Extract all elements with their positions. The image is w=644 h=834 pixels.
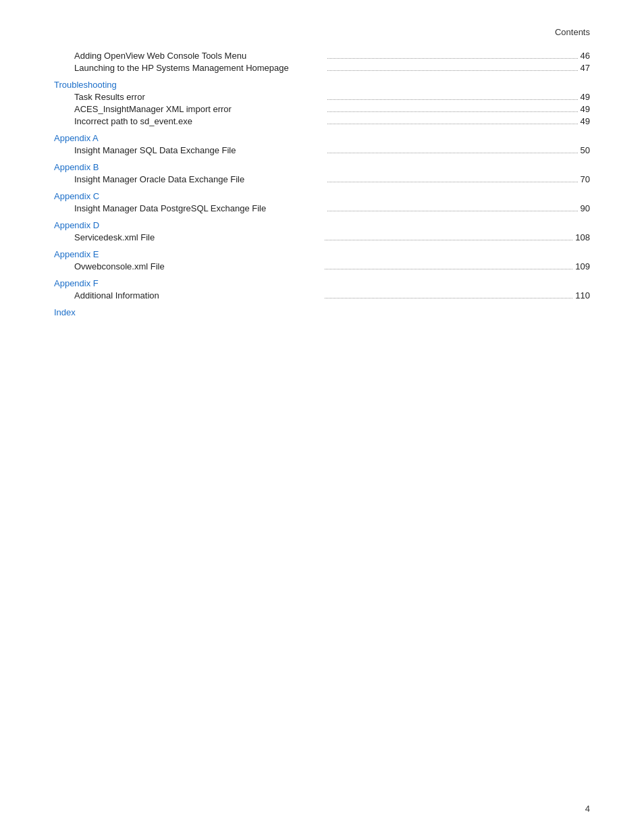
footer-page-number: 4 bbox=[585, 804, 590, 814]
page-num-additional-information: 110 bbox=[575, 290, 590, 301]
toc-entry-ovwebconsole-xml: Ovwebconsole.xml File109 bbox=[54, 261, 590, 271]
page-num-insight-manager-oracle: 70 bbox=[581, 174, 590, 184]
dots-aces-insight bbox=[327, 111, 578, 112]
page-num-ovwebconsole-xml: 109 bbox=[575, 261, 590, 271]
entry-title-incorrect-path: Incorrect path to sd_event.exe bbox=[74, 116, 325, 126]
entry-title-insight-manager-postgresql: Insight Manager Data PostgreSQL Exchange… bbox=[74, 203, 325, 213]
section-header-link-appendix-d[interactable]: Appendix D bbox=[54, 220, 99, 230]
header-label: Contents bbox=[555, 27, 590, 37]
toc-section-appendix-f: Appendix FAdditional Information110 bbox=[54, 278, 590, 301]
dots-launching-hp bbox=[327, 70, 578, 71]
toc-entry-additional-information: Additional Information110 bbox=[54, 290, 590, 301]
section-header-appendix-f[interactable]: Appendix F bbox=[54, 278, 590, 288]
toc-section-troubleshooting: TroubleshootingTask Results error49ACES_… bbox=[54, 80, 590, 126]
page-footer: 4 bbox=[585, 804, 590, 814]
page-num-servicedesk-xml: 108 bbox=[575, 232, 590, 242]
section-header-link-appendix-e[interactable]: Appendix E bbox=[54, 249, 99, 259]
toc-intro-entries: Adding OpenView Web Console Tools Menu 4… bbox=[54, 51, 590, 73]
dots-ovwebconsole-xml bbox=[325, 269, 572, 269]
page-container: Contents Adding OpenView Web Console Too… bbox=[0, 0, 644, 834]
page-header: Contents bbox=[54, 27, 590, 37]
section-header-appendix-e[interactable]: Appendix E bbox=[54, 249, 590, 259]
entry-title-launching-hp: Launching to the HP Systems Management H… bbox=[74, 63, 325, 73]
section-header-link-appendix-f[interactable]: Appendix F bbox=[54, 278, 99, 288]
dots-incorrect-path bbox=[327, 124, 578, 124]
section-header-link-appendix-b[interactable]: Appendix B bbox=[54, 162, 99, 172]
section-header-appendix-b[interactable]: Appendix B bbox=[54, 162, 590, 172]
toc-entry-adding-openview: Adding OpenView Web Console Tools Menu 4… bbox=[54, 51, 590, 61]
entry-title-insight-manager-sql: Insight Manager SQL Data Exchange File bbox=[74, 145, 325, 155]
index-anchor[interactable]: Index bbox=[54, 307, 76, 317]
dots-insight-manager-postgresql bbox=[327, 211, 578, 211]
toc-section-appendix-c: Appendix CInsight Manager Data PostgreSQ… bbox=[54, 191, 590, 213]
dots-insight-manager-oracle bbox=[327, 182, 578, 182]
page-num-task-results-error: 49 bbox=[581, 92, 590, 102]
section-header-link-appendix-a[interactable]: Appendix A bbox=[54, 133, 99, 143]
page-num-incorrect-path: 49 bbox=[581, 116, 590, 126]
toc-entry-servicedesk-xml: Servicedesk.xml File108 bbox=[54, 232, 590, 242]
page-num-adding-openview: 46 bbox=[581, 51, 590, 61]
dots-servicedesk-xml bbox=[325, 240, 572, 240]
toc-section-appendix-d: Appendix DServicedesk.xml File108 bbox=[54, 220, 590, 242]
entry-title-additional-information: Additional Information bbox=[74, 290, 322, 301]
toc-section-appendix-b: Appendix BInsight Manager Oracle Data Ex… bbox=[54, 162, 590, 184]
toc-entry-task-results-error: Task Results error49 bbox=[54, 92, 590, 102]
entry-title-ovwebconsole-xml: Ovwebconsole.xml File bbox=[74, 261, 322, 271]
entry-title-aces-insight: ACES_InsightManager XML import error bbox=[74, 104, 325, 114]
section-header-appendix-d[interactable]: Appendix D bbox=[54, 220, 590, 230]
section-header-appendix-a[interactable]: Appendix A bbox=[54, 133, 590, 143]
toc-entry-aces-insight: ACES_InsightManager XML import error49 bbox=[54, 104, 590, 114]
entry-title-insight-manager-oracle: Insight Manager Oracle Data Exchange Fil… bbox=[74, 174, 325, 184]
section-header-appendix-c[interactable]: Appendix C bbox=[54, 191, 590, 201]
section-header-troubleshooting[interactable]: Troubleshooting bbox=[54, 80, 590, 90]
page-num-launching-hp: 47 bbox=[581, 63, 590, 73]
entry-title-servicedesk-xml: Servicedesk.xml File bbox=[74, 232, 322, 242]
dots-additional-information bbox=[325, 298, 572, 298]
dots-adding-openview bbox=[327, 58, 578, 59]
dots-task-results-error bbox=[327, 99, 578, 100]
toc-entry-incorrect-path: Incorrect path to sd_event.exe49 bbox=[54, 116, 590, 126]
index-link[interactable]: Index bbox=[54, 307, 590, 317]
entry-title-adding-openview: Adding OpenView Web Console Tools Menu bbox=[74, 51, 325, 61]
toc-entry-insight-manager-postgresql: Insight Manager Data PostgreSQL Exchange… bbox=[54, 203, 590, 213]
toc-section-appendix-e: Appendix EOvwebconsole.xml File109 bbox=[54, 249, 590, 271]
entry-title-task-results-error: Task Results error bbox=[74, 92, 325, 102]
page-num-aces-insight: 49 bbox=[581, 104, 590, 114]
toc-section-appendix-a: Appendix AInsight Manager SQL Data Excha… bbox=[54, 133, 590, 155]
section-header-link-troubleshooting[interactable]: Troubleshooting bbox=[54, 80, 117, 90]
section-header-link-appendix-c[interactable]: Appendix C bbox=[54, 191, 99, 201]
toc-entry-insight-manager-sql: Insight Manager SQL Data Exchange File50 bbox=[54, 145, 590, 155]
toc-entry-insight-manager-oracle: Insight Manager Oracle Data Exchange Fil… bbox=[54, 174, 590, 184]
page-num-insight-manager-sql: 50 bbox=[581, 145, 590, 155]
dots-insight-manager-sql bbox=[327, 153, 578, 153]
toc-entry-launching-hp: Launching to the HP Systems Management H… bbox=[54, 63, 590, 73]
sections-container: TroubleshootingTask Results error49ACES_… bbox=[54, 80, 590, 301]
page-num-insight-manager-postgresql: 90 bbox=[581, 203, 590, 213]
